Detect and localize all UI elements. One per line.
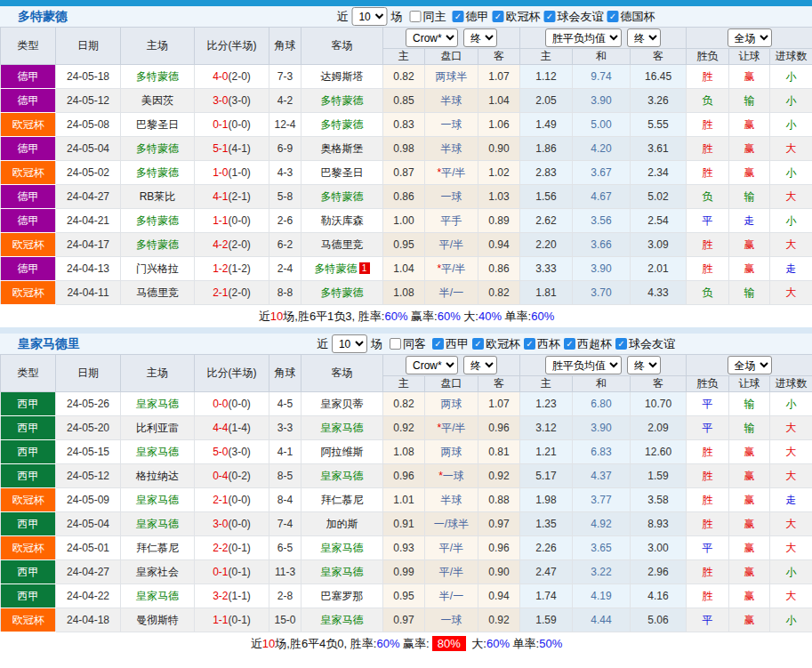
league-type-cell: 欧冠杯 [1, 113, 56, 137]
handicap-away-odds: 0.92 [478, 608, 520, 632]
summary-segment: 80% [432, 636, 466, 651]
league-filter-label: 德甲 [465, 9, 488, 25]
check-icon: ✓ [524, 338, 535, 350]
league-filter-checkbox[interactable]: ✓ [543, 11, 555, 22]
recent-count-select[interactable]: 10 [351, 7, 387, 26]
away-team: 多特蒙德 [301, 185, 383, 209]
odds-stage-select[interactable]: 终 [463, 28, 497, 47]
avg-home-odds: 2.83 [520, 161, 573, 185]
col-header-score: 比分(半场) [195, 355, 269, 392]
handicap-line: 半球 [425, 488, 478, 512]
team-section-title: 多特蒙德 [0, 9, 68, 25]
result-goals: 大 [770, 137, 812, 161]
result-outcome: 胜 [687, 257, 729, 281]
recent-count-select[interactable]: 10 [332, 334, 367, 353]
handicap-home-odds: 0.83 [383, 113, 425, 137]
match-score: 4-0(2-0) [195, 65, 269, 89]
odds-company-select[interactable]: Crow* [406, 28, 458, 47]
halftime-score: (0-1) [229, 614, 251, 626]
scope-select[interactable]: 全场 [728, 28, 772, 47]
avg-stage-select[interactable]: 终 [627, 356, 661, 374]
home-team: 美因茨 [121, 89, 195, 113]
handicap-line: 一球 [425, 608, 478, 632]
avg-home-odds: 1.98 [520, 488, 573, 512]
league-filter-group: ✓德甲✓欧冠杯✓球会友谊✓德国杯 [448, 9, 655, 25]
result-goals: 大 [770, 281, 812, 305]
result-outcome: 胜 [687, 113, 729, 137]
home-team: 皇家马德 [121, 584, 195, 608]
avg-type-select[interactable]: 胜平负均值 [545, 28, 622, 47]
same-venue-checkbox[interactable] [409, 11, 421, 22]
away-team: 巴黎圣日 [301, 161, 383, 185]
league-type-cell: 西甲 [1, 440, 56, 464]
same-venue-checkbox[interactable] [390, 338, 401, 350]
league-filter-checkbox[interactable]: ✓ [492, 11, 503, 22]
league-filter-checkbox[interactable]: ✓ [432, 338, 444, 350]
handicap-line: 一球 [425, 185, 478, 209]
match-score: 3-0(0-0) [195, 512, 269, 536]
fulltime-score: 2-1 [213, 286, 228, 299]
home-team: 比利亚雷 [121, 416, 195, 440]
match-score: 2-2(0-1) [195, 536, 269, 560]
halftime-score: (1-0) [229, 166, 251, 179]
odds-group-header: Crow* 终 [383, 28, 520, 49]
league-filter-checkbox[interactable]: ✓ [607, 11, 618, 22]
sub-header-goals-result: 进球数 [770, 49, 812, 65]
check-icon: ✓ [607, 11, 618, 22]
col-header-away: 客场 [301, 28, 383, 65]
corner-count: 15-0 [269, 608, 301, 632]
sub-header-avg-home: 主 [520, 376, 573, 392]
summary-segment: 10 [262, 637, 275, 650]
league-type-cell: 欧冠杯 [1, 608, 56, 632]
match-score: 1-0(1-0) [195, 161, 269, 185]
away-team: 多特蒙德 [301, 113, 383, 137]
avg-type-select[interactable]: 胜平负均值 [545, 356, 622, 374]
halftime-score: (0-0) [229, 118, 251, 131]
handicap-home-odds: 0.93 [383, 536, 425, 560]
avg-away-odds: 3.61 [631, 137, 687, 161]
league-filter-checkbox[interactable]: ✓ [524, 338, 535, 350]
result-handicap: 输 [729, 185, 770, 209]
league-filter-checkbox[interactable]: ✓ [472, 338, 484, 350]
handicap-away-odds: 1.07 [478, 65, 520, 89]
home-team: 多特蒙德 [121, 137, 195, 161]
result-handicap: 赢 [729, 65, 770, 89]
result-goals: 小 [770, 89, 812, 113]
avg-draw-odds: 9.74 [573, 65, 631, 89]
result-goals: 小 [770, 113, 812, 137]
avg-home-odds: 1.49 [520, 113, 573, 137]
fulltime-score: 1-2 [213, 262, 228, 275]
team-section-title: 皇家马德里 [0, 336, 80, 352]
result-handicap: 输 [729, 392, 770, 416]
result-handicap: 赢 [729, 233, 770, 257]
match-score: 5-0(3-0) [195, 440, 269, 464]
avg-draw-odds: 3.90 [573, 416, 631, 440]
handicap-line: 两球半 [425, 65, 478, 89]
handicap-home-odds: 0.98 [383, 137, 425, 161]
result-handicap: 输 [729, 89, 770, 113]
summary-segment: 大: [461, 310, 478, 323]
odds-stage-select[interactable]: 终 [463, 356, 497, 374]
handicap-line: *平/半 [425, 257, 478, 281]
result-outcome: 平 [687, 392, 729, 416]
col-header-score: 比分(半场) [195, 28, 269, 65]
corner-count: 7-3 [269, 65, 301, 89]
odds-company-select[interactable]: Crow* [406, 356, 458, 374]
col-header-home: 主场 [121, 355, 195, 392]
league-filter-checkbox[interactable]: ✓ [564, 338, 575, 350]
avg-stage-select[interactable]: 终 [627, 28, 661, 47]
result-handicap: 赢 [729, 536, 770, 560]
same-venue-label: 同主 [422, 9, 446, 25]
result-outcome: 胜 [687, 488, 729, 512]
league-filter-checkbox[interactable]: ✓ [615, 338, 627, 350]
avg-draw-odds: 4.44 [573, 608, 631, 632]
league-filter-checkbox[interactable]: ✓ [452, 11, 463, 22]
check-icon: ✓ [452, 11, 463, 22]
corner-count: 2-6 [269, 209, 301, 233]
league-type-cell: 西甲 [1, 560, 56, 584]
scope-select[interactable]: 全场 [728, 356, 772, 374]
col-header-type: 类型 [1, 28, 56, 65]
home-team: 多特蒙德 [121, 161, 195, 185]
col-header-date: 日期 [56, 355, 121, 392]
result-outcome: 平 [687, 416, 729, 440]
